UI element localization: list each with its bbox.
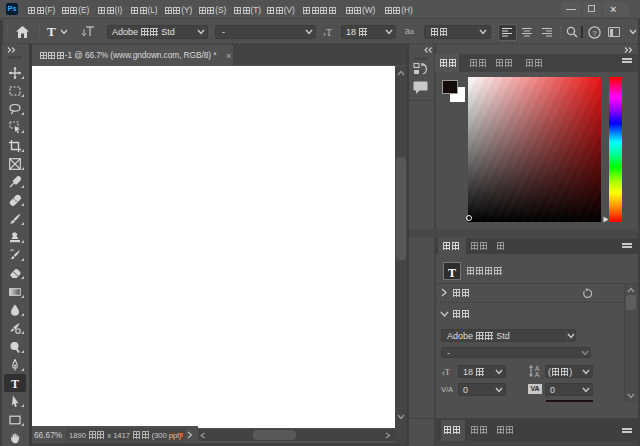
svg-text:A: A bbox=[535, 371, 540, 378]
svg-text:T: T bbox=[11, 377, 19, 389]
svg-text:?: ? bbox=[592, 29, 597, 38]
